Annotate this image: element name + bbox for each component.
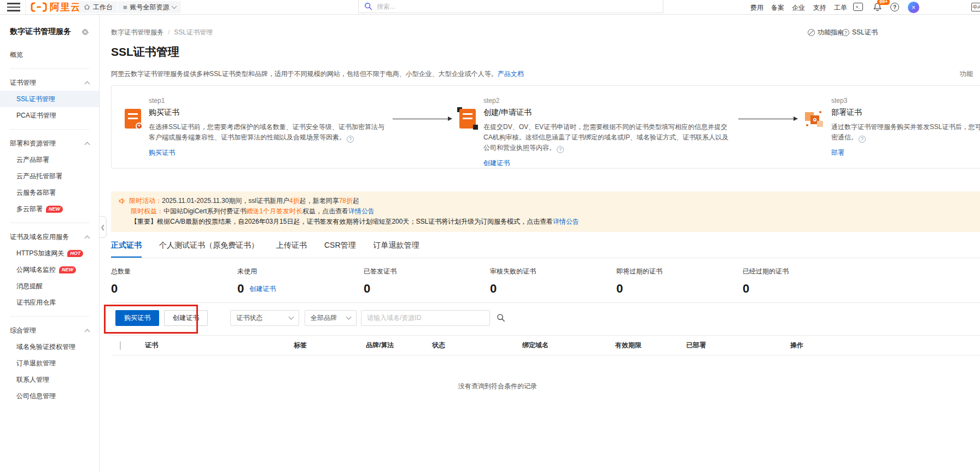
divider — [111, 302, 980, 303]
divider — [10, 68, 89, 69]
col-bound-domain: 绑定域名 — [522, 341, 615, 350]
tab-csr-management[interactable]: CSR管理 — [324, 241, 356, 258]
help-circle-icon[interactable]: ? — [347, 136, 354, 143]
sidebar-item-ssl-cert-management[interactable]: SSL证书管理 — [0, 91, 99, 107]
gear-icon[interactable] — [81, 28, 89, 36]
deploy-link[interactable]: 部署 — [831, 148, 980, 158]
sidebar: 数字证书管理服务 概览 证书管理 SSL证书管理 PCA证书管理 部署和资源管理… — [0, 15, 100, 472]
topmenu-enterprise[interactable]: 企业 — [792, 3, 805, 13]
account-resources-dropdown[interactable]: ≡ 账号全部资源 — [118, 1, 181, 13]
stat-expiring: 即将过期的证书 0 — [616, 267, 743, 295]
help-circle-icon[interactable]: ? — [859, 136, 866, 143]
buy-cert-button[interactable]: 购买证书 — [115, 310, 159, 326]
topmenu-support[interactable]: 支持 — [813, 3, 826, 13]
global-search[interactable] — [358, 0, 663, 13]
stat-unused: 未使用 0创建证书 — [237, 267, 364, 295]
feature-link-truncated[interactable]: 功能 — [960, 69, 973, 79]
search-submit-icon[interactable] — [493, 310, 509, 326]
tab-order-refund[interactable]: 订单退款管理 — [374, 241, 419, 258]
sidebar-item-message-reminder[interactable]: 消息提醒 — [0, 278, 99, 294]
col-brand-algorithm: 品牌/算法 — [366, 341, 432, 350]
arrow-right-icon — [393, 119, 452, 119]
sidebar-group-cert-management[interactable]: 证书管理 — [0, 74, 99, 91]
select-all-checkbox[interactable] — [120, 341, 121, 350]
create-cert-icon — [459, 109, 476, 129]
detail-announcement-link[interactable]: 详情公告 — [348, 207, 375, 215]
step1-block: + step1 购买证书 在选择SSL证书前，您需要考虑保护的域名数量、证书安全… — [125, 97, 385, 168]
feature-guide-link[interactable]: 功能指南 — [808, 28, 844, 37]
arrow-right-icon — [738, 119, 797, 119]
megaphone-icon — [119, 197, 126, 205]
divider — [25, 0, 26, 14]
aliyun-brackets-icon — [31, 2, 47, 13]
steps-guide-card: + step1 购买证书 在选择SSL证书前，您需要考虑保护的域名数量、证书安全… — [111, 85, 980, 168]
page-title: SSL证书管理 — [111, 44, 980, 60]
home-icon — [84, 4, 90, 10]
sidebar-item-contact-management[interactable]: 联系人管理 — [0, 371, 99, 388]
chevron-up-icon — [85, 329, 90, 334]
avatar[interactable]: × — [908, 2, 919, 13]
product-doc-link[interactable]: 产品文档 — [498, 70, 524, 78]
cert-tabs: 正式证书 个人测试证书（原免费证书） 上传证书 CSR管理 订单退款管理 — [111, 241, 980, 258]
workbench-link[interactable]: 工作台 — [79, 1, 118, 13]
guide-icon — [808, 29, 815, 36]
tab-formal-certs[interactable]: 正式证书 — [111, 241, 142, 258]
buy-cert-link[interactable]: 购买证书 — [149, 148, 385, 158]
breadcrumb-current: SSL证书管理 — [174, 28, 213, 37]
tab-test-certs[interactable]: 个人测试证书（原免费证书） — [159, 241, 259, 258]
detail-announcement-link[interactable]: 详情公告 — [553, 218, 579, 225]
language-toggle-icon[interactable]: 中A — [971, 3, 980, 11]
topmenu-tickets[interactable]: 工单 — [834, 3, 847, 13]
global-search-input[interactable] — [377, 3, 657, 10]
create-cert-button[interactable]: 创建证书 — [164, 310, 208, 326]
ssl-help-link[interactable]: ? SSL证书 — [842, 28, 878, 37]
sidebar-item-order-refund-management[interactable]: 订单退款管理 — [0, 355, 99, 371]
sidebar-item-overview[interactable]: 概览 — [0, 46, 99, 63]
sidebar-collapse-handle[interactable]: ❮ — [100, 216, 107, 238]
col-status: 状态 — [432, 341, 522, 350]
brand-select[interactable]: 全部品牌 — [305, 310, 357, 326]
sidebar-item-cloud-server-deploy[interactable]: 云服务器部署 — [0, 184, 99, 201]
divider — [10, 223, 89, 223]
sidebar-item-cloud-product-deploy[interactable]: 云产品部署 — [0, 151, 99, 168]
sidebar-item-domain-auth-management[interactable]: 域名免验证授权管理 — [0, 339, 99, 355]
chevron-up-icon — [85, 142, 90, 147]
topmenu-billing[interactable]: 费用 — [750, 3, 763, 13]
sidebar-group-deploy-resource[interactable]: 部署和资源管理 — [0, 135, 99, 151]
sidebar-item-cloud-hosted-deploy[interactable]: 云产品托管部署 — [0, 168, 99, 184]
sidebar-item-multicloud-deploy[interactable]: 多云部署 NEW — [0, 201, 99, 217]
col-tag: 标签 — [294, 341, 366, 350]
announcement-banner: 限时活动：2025.11.01-2025.11.30期间，ssl证书新用户4折起… — [111, 191, 980, 232]
sidebar-item-pca-cert-management[interactable]: PCA证书管理 — [0, 107, 99, 124]
topmenu-icp[interactable]: 备案 — [771, 3, 784, 13]
sidebar-item-https-gateway[interactable]: HTTPS加速网关 HOT — [0, 245, 99, 261]
chevron-down-icon — [171, 4, 177, 9]
new-badge: NEW — [59, 266, 76, 273]
step3-block: step3 部署证书 通过数字证书管理服务购买并签发SSL证书后，您可以将已签发… — [805, 97, 980, 168]
sidebar-item-company-info-management[interactable]: 公司信息管理 — [0, 388, 99, 404]
cert-status-select[interactable]: 证书状态 — [230, 310, 299, 326]
help-icon[interactable]: ? — [890, 3, 899, 11]
divider — [10, 316, 89, 317]
sidebar-item-public-domain-monitor[interactable]: 公网域名监控 NEW — [0, 261, 99, 278]
resources-icon: ≡ — [123, 3, 127, 11]
terminal-icon[interactable]: >_ — [853, 3, 863, 11]
sidebar-group-general-management[interactable]: 综合管理 — [0, 322, 99, 339]
domain-search-field[interactable] — [361, 310, 490, 326]
sidebar-item-cert-app-repo[interactable]: 证书应用仓库 — [0, 294, 99, 311]
deploy-cert-icon — [805, 109, 824, 129]
step2-block: step2 创建/申请证书 在提交DV、OV、EV证书申请时，您需要根据不同的证… — [459, 97, 731, 168]
stat-issued: 已签发证书 0 — [364, 267, 490, 295]
domain-search-input[interactable] — [367, 314, 484, 322]
help-circle-icon[interactable]: ? — [557, 146, 564, 153]
aliyun-logo[interactable]: 阿里云 — [31, 0, 81, 14]
topbar: 阿里云 工作台 ≡ 账号全部资源 费用 备案 企业 支持 工单 >_ 99+ ?… — [0, 0, 980, 15]
chevron-up-icon — [85, 81, 90, 86]
hamburger-menu-icon[interactable] — [7, 0, 21, 14]
create-cert-quick-link[interactable]: 创建证书 — [249, 284, 276, 295]
sidebar-group-cert-domain-services[interactable]: 证书及域名应用服务 — [0, 229, 99, 245]
tab-upload-cert[interactable]: 上传证书 — [276, 241, 307, 258]
chevron-up-icon — [85, 235, 90, 241]
create-cert-link[interactable]: 创建证书 — [483, 159, 731, 168]
breadcrumb-service[interactable]: 数字证书管理服务 — [111, 28, 164, 37]
